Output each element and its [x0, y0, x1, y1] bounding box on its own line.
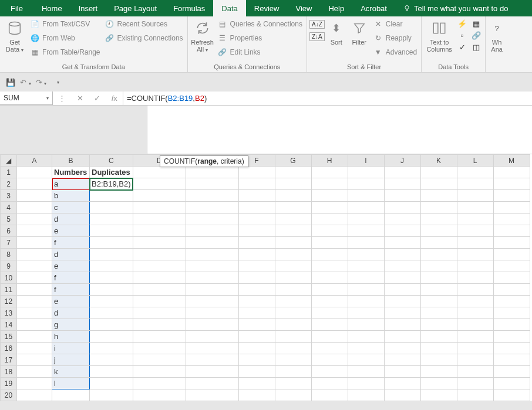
row-header-16[interactable]: 16 — [1, 343, 17, 354]
cell-F11[interactable] — [238, 284, 275, 296]
cell-K13[interactable] — [420, 307, 457, 319]
cell-E6[interactable] — [186, 225, 238, 237]
cell-J10[interactable] — [384, 272, 420, 284]
cell-D1[interactable] — [133, 167, 186, 178]
cell-E4[interactable] — [186, 202, 238, 214]
cell-L1[interactable] — [457, 167, 493, 178]
spreadsheet-grid[interactable]: ◢ABCDEFGHIJKLM1NumbersDuplicates2aB2:B19… — [0, 154, 532, 401]
cell-H19[interactable] — [311, 378, 348, 389]
save-icon[interactable]: 💾 — [6, 78, 15, 87]
cell-G9[interactable] — [275, 260, 311, 272]
cell-H10[interactable] — [311, 272, 348, 284]
sort-za-icon[interactable]: Z↓A — [309, 32, 325, 41]
cell-G11[interactable] — [275, 284, 311, 296]
cell-M6[interactable] — [493, 225, 530, 237]
column-header-J[interactable]: J — [384, 155, 420, 167]
cell-H8[interactable] — [311, 249, 348, 260]
cell-F20[interactable] — [238, 389, 275, 401]
row-header-17[interactable]: 17 — [1, 354, 17, 366]
cell-K15[interactable] — [420, 331, 457, 343]
from-text-csv-button[interactable]: 📄From Text/CSV — [28, 18, 102, 31]
cell-H18[interactable] — [311, 366, 348, 378]
cell-F5[interactable] — [238, 214, 275, 225]
cell-G20[interactable] — [275, 389, 311, 401]
dropdown-icon[interactable]: ⋮ — [58, 94, 66, 103]
cell-L5[interactable] — [457, 214, 493, 225]
tab-file[interactable]: File — [0, 0, 33, 16]
cell-B1[interactable]: Numbers — [52, 167, 90, 178]
cell-C11[interactable] — [90, 284, 133, 296]
cell-B6[interactable]: e — [52, 225, 90, 237]
cell-G10[interactable] — [275, 272, 311, 284]
cell-H13[interactable] — [311, 307, 348, 319]
text-to-columns-button[interactable]: Text to Columns — [424, 18, 454, 53]
cell-D10[interactable] — [133, 272, 186, 284]
cell-L11[interactable] — [457, 284, 493, 296]
cell-H3[interactable] — [311, 190, 348, 202]
sort-az-icon[interactable]: A↓Z — [309, 20, 325, 29]
cell-E1[interactable] — [186, 167, 238, 178]
cell-K6[interactable] — [420, 225, 457, 237]
cell-A1[interactable] — [17, 167, 52, 178]
cell-J5[interactable] — [384, 214, 420, 225]
cell-M14[interactable] — [493, 319, 530, 331]
cell-H2[interactable] — [311, 178, 348, 190]
cell-I19[interactable] — [348, 378, 384, 389]
cell-A6[interactable] — [17, 225, 52, 237]
cell-G14[interactable] — [275, 319, 311, 331]
cell-E13[interactable] — [186, 307, 238, 319]
advanced-button[interactable]: ▼Advanced — [372, 46, 419, 59]
tab-view[interactable]: View — [287, 0, 320, 16]
cell-J15[interactable] — [384, 331, 420, 343]
cell-J4[interactable] — [384, 202, 420, 214]
cell-E10[interactable] — [186, 272, 238, 284]
column-header-A[interactable]: A — [17, 155, 52, 167]
cell-M1[interactable] — [493, 167, 530, 178]
row-header-3[interactable]: 3 — [1, 190, 17, 202]
cell-H5[interactable] — [311, 214, 348, 225]
row-header-18[interactable]: 18 — [1, 366, 17, 378]
cell-H11[interactable] — [311, 284, 348, 296]
cell-F17[interactable] — [238, 354, 275, 366]
cell-G3[interactable] — [275, 190, 311, 202]
name-box[interactable]: SUM ▾ — [0, 92, 53, 105]
cell-B4[interactable]: c — [52, 202, 90, 214]
cell-B8[interactable]: d — [52, 249, 90, 260]
cell-C6[interactable] — [90, 225, 133, 237]
cell-D3[interactable] — [133, 190, 186, 202]
cell-H6[interactable] — [311, 225, 348, 237]
cell-F7[interactable] — [238, 237, 275, 249]
cell-C14[interactable] — [90, 319, 133, 331]
cell-C9[interactable] — [90, 260, 133, 272]
cell-K1[interactable] — [420, 167, 457, 178]
cell-F1[interactable] — [238, 167, 275, 178]
cell-H9[interactable] — [311, 260, 348, 272]
cell-M7[interactable] — [493, 237, 530, 249]
cell-C18[interactable] — [90, 366, 133, 378]
cell-A15[interactable] — [17, 331, 52, 343]
column-header-K[interactable]: K — [420, 155, 457, 167]
cell-K19[interactable] — [420, 378, 457, 389]
cell-C7[interactable] — [90, 237, 133, 249]
cell-B11[interactable]: f — [52, 284, 90, 296]
cell-J8[interactable] — [384, 249, 420, 260]
cell-K17[interactable] — [420, 354, 457, 366]
row-header-5[interactable]: 5 — [1, 214, 17, 225]
cell-B2[interactable]: a — [52, 178, 90, 190]
row-header-8[interactable]: 8 — [1, 249, 17, 260]
cell-C10[interactable] — [90, 272, 133, 284]
chevron-down-icon[interactable]: ▾ — [46, 96, 49, 101]
cell-I15[interactable] — [348, 331, 384, 343]
column-header-I[interactable]: I — [348, 155, 384, 167]
cell-K11[interactable] — [420, 284, 457, 296]
cell-M5[interactable] — [493, 214, 530, 225]
cell-M9[interactable] — [493, 260, 530, 272]
cell-B12[interactable]: e — [52, 296, 90, 307]
cell-K2[interactable] — [420, 178, 457, 190]
column-header-C[interactable]: C — [90, 155, 133, 167]
cell-E12[interactable] — [186, 296, 238, 307]
cell-B5[interactable]: d — [52, 214, 90, 225]
column-header-G[interactable]: G — [275, 155, 311, 167]
cell-A4[interactable] — [17, 202, 52, 214]
cell-A12[interactable] — [17, 296, 52, 307]
